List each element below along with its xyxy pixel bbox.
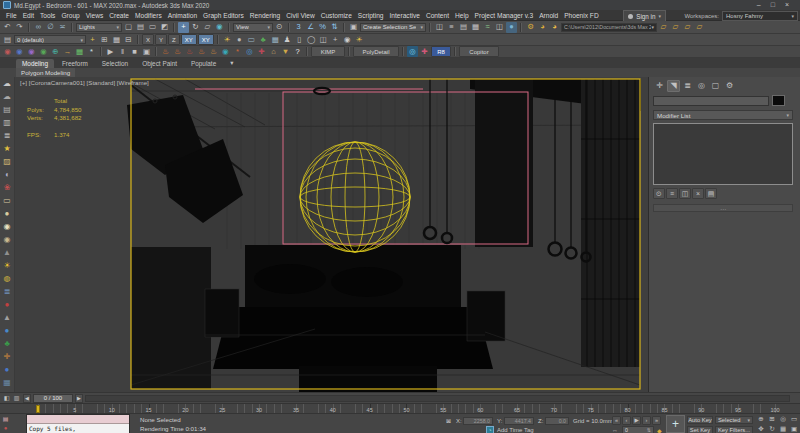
paw-icon[interactable]: ✚: [1, 350, 14, 363]
object-color-swatch[interactable]: [772, 95, 785, 106]
zoom-icon[interactable]: ⊕: [756, 415, 766, 424]
go-end-icon[interactable]: »: [652, 416, 661, 425]
grid-helper-icon[interactable]: ▦: [1, 376, 14, 389]
maximize-icon[interactable]: □: [771, 0, 775, 10]
selection-set[interactable]: Create Selection Se▾: [360, 23, 426, 32]
plugin-violet-icon[interactable]: ◉: [26, 46, 37, 57]
spinner-snap-icon[interactable]: ⇅: [329, 22, 340, 33]
fire-4-icon[interactable]: ♨: [196, 46, 207, 57]
y-coordinate-field[interactable]: 4417.4: [504, 417, 534, 425]
mirror-icon[interactable]: ◫: [434, 22, 445, 33]
animation[interactable]: Animation: [165, 12, 200, 19]
add-time-tag[interactable]: Add Time Tag: [497, 427, 534, 433]
ribbon-toggle-icon[interactable]: ▦: [470, 22, 481, 33]
wheel-icon[interactable]: ◎: [244, 46, 255, 57]
red-ball-icon[interactable]: ●: [1, 298, 14, 311]
axis-xy[interactable]: XY: [181, 34, 197, 45]
next-frame-button[interactable]: ▶: [75, 394, 83, 403]
disc-light-icon[interactable]: ◉: [1, 220, 14, 233]
modifiers[interactable]: Modifiers: [132, 12, 165, 19]
next-frame-icon[interactable]: ›: [642, 416, 651, 425]
project-manager-v-3[interactable]: Project Manager v.3: [472, 12, 537, 19]
pin-stack-icon[interactable]: ⊙: [653, 188, 665, 199]
help-icon[interactable]: ?: [292, 46, 303, 57]
render-icon[interactable]: ◕: [549, 22, 560, 33]
tab-freeform[interactable]: Freeform: [56, 59, 94, 68]
timeline-config-icon[interactable]: ◧: [2, 394, 11, 403]
fire-3-icon[interactable]: ♨: [184, 46, 195, 57]
plugin-teal-icon[interactable]: ⊕: [50, 46, 61, 57]
x-coordinate-field[interactable]: 2258.0: [463, 417, 493, 425]
current-frame-field[interactable]: 0 ⇅: [622, 426, 654, 433]
macro-recorder-icon[interactable]: ●: [1, 424, 10, 432]
use-pivot-icon[interactable]: ⊙: [274, 22, 285, 33]
tab-polygon-modeling[interactable]: Polygon Modeling: [16, 68, 75, 77]
eye-helper-icon[interactable]: ◉: [1, 233, 14, 246]
bucket-icon[interactable]: ▼: [280, 46, 291, 57]
schematic-view-icon[interactable]: ◫: [494, 22, 505, 33]
percent-snap-icon[interactable]: %: [317, 22, 328, 33]
rotate-icon[interactable]: ↻: [190, 22, 201, 33]
kimp[interactable]: KIMP: [311, 46, 345, 57]
key-set-dropdown[interactable]: Selected ▾: [715, 416, 753, 424]
scripting[interactable]: Scripting: [355, 12, 387, 19]
configure-modifier-icon[interactable]: ▤: [705, 188, 717, 199]
angle-snap-icon[interactable]: ∠: [305, 22, 316, 33]
rect-region-icon[interactable]: ▭: [147, 22, 158, 33]
tab-populate[interactable]: Populate: [185, 59, 222, 68]
sheet-icon[interactable]: ▯: [294, 34, 305, 45]
moon-icon[interactable]: ◖: [1, 168, 14, 181]
r8[interactable]: R8: [431, 46, 451, 57]
material-editor-icon[interactable]: ●: [506, 22, 517, 33]
cloud-1-icon[interactable]: ☁: [1, 77, 14, 90]
ref-coord[interactable]: View▾: [233, 23, 273, 32]
axis-x[interactable]: X: [142, 34, 154, 45]
doc-1-icon[interactable]: ▤: [1, 103, 14, 116]
set-keys-button[interactable]: +: [666, 415, 685, 433]
workspace-dropdown[interactable]: Hosny Fahmy ▾: [722, 11, 798, 21]
scene-explorer-icon[interactable]: ▤: [2, 34, 13, 45]
prev-frame-icon[interactable]: ‹: [622, 416, 631, 425]
stop-script-icon[interactable]: ■: [129, 46, 140, 57]
tab-utilities-icon[interactable]: ⚙: [723, 80, 736, 92]
help[interactable]: Help: [452, 12, 472, 19]
selection-filter[interactable]: Lights▾: [76, 23, 122, 32]
tab-hierarchy-icon[interactable]: ≣: [681, 80, 694, 92]
time-slider-handle[interactable]: 0 / 100: [33, 394, 73, 403]
play-script-icon[interactable]: ▶: [105, 46, 116, 57]
rendered-frame-icon[interactable]: ◕: [537, 22, 548, 33]
placement-icon[interactable]: ◉: [214, 22, 225, 33]
set-key-button[interactable]: Set Key: [687, 426, 713, 433]
make-unique-icon[interactable]: ◫: [679, 188, 691, 199]
group[interactable]: Group: [58, 12, 82, 19]
interactive[interactable]: Interactive: [387, 12, 423, 19]
phoenix-fd[interactable]: Phoenix FD: [561, 12, 601, 19]
orb-tool-icon[interactable]: ◎: [407, 46, 418, 57]
spray-icon[interactable]: ▨: [1, 155, 14, 168]
polydetail[interactable]: PolyDetail: [353, 46, 399, 57]
named-sets-icon[interactable]: ▣: [348, 22, 359, 33]
tab-selection[interactable]: Selection: [96, 59, 134, 68]
axis-y[interactable]: Y: [155, 34, 167, 45]
rendering[interactable]: Rendering: [247, 12, 283, 19]
plugin-red-icon[interactable]: ◉: [2, 46, 13, 57]
modifier-stack[interactable]: [653, 123, 793, 185]
crossing-icon[interactable]: ◩: [159, 22, 170, 33]
select-move-icon[interactable]: +: [178, 22, 189, 33]
folder-3-icon[interactable]: ▱: [682, 22, 693, 33]
light-bulb-icon[interactable]: ☀: [354, 34, 365, 45]
select-by-name-icon[interactable]: ▤: [135, 22, 146, 33]
layer-manager-icon[interactable]: ▤: [458, 22, 469, 33]
redo-icon[interactable]: ↷: [14, 22, 25, 33]
play-icon[interactable]: ▶: [632, 416, 641, 425]
render-elements-icon[interactable]: ▭: [246, 34, 257, 45]
file[interactable]: File: [3, 12, 20, 19]
tab-modify-icon[interactable]: ◥: [667, 80, 680, 92]
pause-script-icon[interactable]: ‖: [117, 46, 128, 57]
edit[interactable]: Edit: [20, 12, 37, 19]
list-icon[interactable]: ≣: [1, 129, 14, 142]
copitor[interactable]: Copitor: [459, 46, 499, 57]
layers-icon[interactable]: ≣: [1, 285, 14, 298]
rollout-collapsed[interactable]: ⋯: [653, 204, 793, 212]
plant-icon[interactable]: ♣: [258, 34, 269, 45]
